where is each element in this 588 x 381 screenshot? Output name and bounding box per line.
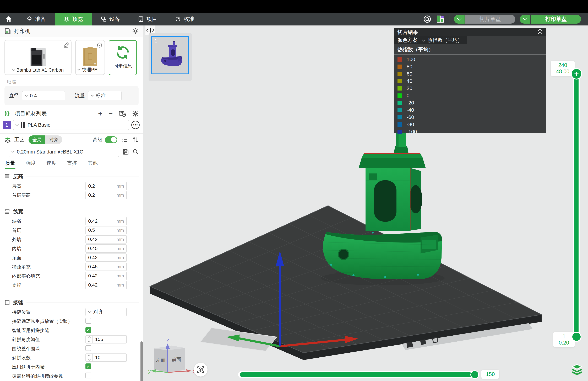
param-list-icon[interactable] — [121, 136, 128, 143]
seam-away-overhang-checkbox[interactable]: ✓ — [85, 318, 91, 324]
print-plate-dropdown[interactable] — [520, 15, 530, 23]
scarf-inner-walls-checkbox[interactable]: ✓ — [85, 363, 91, 369]
seam-position-select[interactable]: 对齐 — [85, 308, 127, 316]
preset-row: 0.20mm Standard @BBL X1C — [0, 146, 143, 159]
search-preset-icon[interactable] — [132, 149, 139, 155]
slice-plate-dropdown[interactable] — [454, 15, 464, 23]
plate-type-name: 纹理PEI... — [82, 67, 103, 73]
process-preset-select[interactable]: 0.20mm Standard @BBL X1C — [9, 147, 119, 157]
layers-view-button[interactable] — [569, 362, 585, 377]
layer-height-section-header: 层高 — [4, 173, 139, 180]
spiral-vase-icon[interactable] — [423, 15, 432, 23]
seam-section-title: 接缝 — [13, 299, 23, 306]
advanced-toggle[interactable] — [105, 136, 117, 143]
layer-height-input[interactable]: 0.2mm — [85, 182, 127, 190]
sync-info-button[interactable]: 同步信息 — [109, 40, 137, 75]
line-width-section-title: 线宽 — [13, 208, 23, 215]
print-plate-button[interactable]: 打印单盘 — [531, 15, 581, 23]
color-scheme-row: 颜色方案 热指数（平均） — [394, 36, 467, 45]
tab-speed[interactable]: 速度 — [46, 160, 56, 169]
param-row: 斜拼段数 10 — [0, 353, 143, 362]
param-row: 内部实心填充 0.42mm — [0, 271, 143, 281]
z-axis-label: z — [167, 337, 169, 342]
benchy-model[interactable] — [321, 127, 445, 285]
preview-icon — [63, 16, 69, 22]
scope-global-button[interactable]: 全局 — [29, 135, 45, 144]
scarf-entire-wall-checkbox[interactable]: ✓ — [85, 345, 91, 351]
home-button[interactable] — [0, 13, 18, 25]
first-layer-height-input[interactable]: 0.2mm — [85, 191, 127, 199]
filament-more-button[interactable]: ••• — [131, 121, 140, 129]
smart-scarf-seam-checkbox[interactable]: ✓ — [85, 327, 91, 333]
tab-quality[interactable]: 质量 — [5, 160, 15, 169]
tab-others[interactable]: 其他 — [88, 160, 98, 169]
add-filament-button[interactable]: + — [98, 110, 103, 117]
param-row: 首层层高 0.2mm — [0, 191, 143, 200]
flow-select[interactable]: 标准 — [88, 91, 122, 100]
override-filament-scarf-checkbox[interactable]: ✓ — [85, 373, 91, 379]
plate-thumbnail-number: 1 — [154, 38, 157, 45]
slice-plate-button[interactable]: 切片单盘 — [465, 15, 515, 23]
filament-settings-gear-icon[interactable] — [132, 110, 139, 117]
default-line-width-input[interactable]: 0.42mm — [85, 217, 127, 225]
sparse-infill-line-width-input[interactable]: 0.45mm — [85, 263, 127, 271]
tab-calibration[interactable]: 校准 — [166, 13, 203, 25]
scarf-angle-threshold-spinner[interactable]: 155° — [85, 335, 127, 343]
tab-prepare[interactable]: 准备 — [18, 13, 55, 25]
sidebar-scrollbar[interactable] — [141, 341, 143, 381]
legend-swatch — [398, 93, 402, 98]
printer-settings-gear-icon[interactable] — [132, 28, 139, 35]
plate-info-icon[interactable] — [97, 42, 103, 48]
tab-device[interactable]: 设备 — [92, 13, 129, 25]
bottom-layer-number: 1 — [556, 333, 572, 339]
printer-card[interactable]: Bambu Lab X1 Carbon — [4, 40, 71, 75]
move-slider-handle[interactable] — [470, 370, 479, 379]
remove-filament-button[interactable]: − — [108, 110, 113, 117]
save-preset-icon[interactable] — [122, 149, 129, 155]
plate-layout-icon[interactable] — [436, 15, 445, 23]
first-layer-line-width-input[interactable]: 0.5mm — [85, 226, 127, 234]
tab-project[interactable]: 项目 — [129, 13, 166, 25]
ams-sync-icon[interactable] — [119, 110, 126, 117]
tab-support[interactable]: 支撑 — [67, 160, 77, 169]
edit-printer-icon[interactable] — [63, 42, 69, 48]
top-surface-line-width-input[interactable]: 0.42mm — [85, 253, 127, 262]
collapse-panel-icon[interactable] — [539, 29, 541, 35]
layer-slider-bottom-handle[interactable] — [571, 332, 582, 342]
param-row: 缺省 0.42mm — [0, 217, 143, 226]
tab-prepare-label: 准备 — [35, 16, 46, 23]
navigation-cube[interactable]: 左面 前面 z y x — [148, 336, 198, 381]
legend-item: 80 — [394, 63, 546, 70]
diameter-label: 直径 — [9, 92, 19, 99]
diameter-select[interactable]: 0.4 — [22, 91, 65, 100]
plate-thumbnail[interactable]: 1 — [151, 36, 189, 74]
support-line-width-input[interactable]: 0.42mm — [85, 281, 127, 289]
parameters-scroll-area[interactable]: 层高 层高 0.2mm 首层层高 0.2mm 线宽 缺省 0.42mm — [0, 169, 143, 381]
slice-result-panel: 切片结果 颜色方案 热指数（平均） 热指数（平均） 100 80 60 40 2… — [394, 28, 546, 133]
legend-swatch — [398, 57, 402, 62]
fit-view-button[interactable] — [194, 363, 208, 377]
outer-wall-line-width-input[interactable]: 0.42mm — [85, 235, 127, 244]
param-filter-icon[interactable] — [132, 136, 139, 143]
param-row: 支撑 0.42mm — [0, 281, 143, 290]
legend-item: 100 — [394, 56, 546, 63]
calibration-icon — [175, 16, 181, 22]
filament-select[interactable]: PLA Basic — [13, 120, 129, 130]
process-icon — [4, 136, 11, 143]
legend-item: -20 — [394, 99, 546, 106]
main-navbar: 准备 预览 设备 项目 校准 切片单盘 打 — [0, 13, 588, 25]
internal-solid-infill-line-width-input[interactable]: 0.42mm — [85, 272, 127, 280]
navbar-divider — [449, 15, 449, 23]
scarf-steps-spinner[interactable]: 10 — [85, 354, 127, 362]
legend-item: -40 — [394, 106, 546, 113]
printer-select[interactable]: Bambu Lab X1 Carbon — [12, 67, 64, 73]
printer-cards-row: Bambu Lab X1 Carbon 纹理PEI... — [0, 37, 143, 78]
inner-wall-line-width-input[interactable]: 0.45mm — [85, 244, 127, 253]
tab-preview[interactable]: 预览 — [55, 13, 92, 25]
scope-object-button[interactable]: 对象 — [45, 135, 62, 144]
plate-type-card[interactable]: 纹理PEI... — [75, 40, 105, 75]
tab-strength[interactable]: 强度 — [26, 160, 36, 169]
plate-type-select[interactable]: 纹理PEI... — [78, 67, 103, 73]
layer-slider-top-handle[interactable]: + — [571, 68, 582, 80]
color-scheme-select[interactable]: 热指数（平均） — [422, 37, 462, 44]
